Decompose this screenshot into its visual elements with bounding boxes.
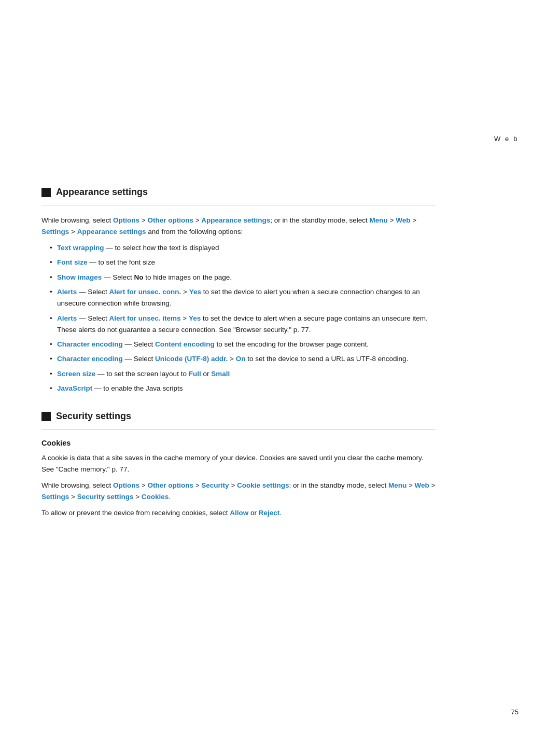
no-bold: No (134, 273, 144, 281)
char-encoding-link-2[interactable]: Character encoding (57, 355, 123, 363)
bullet-char-encoding-1: Character encoding — Select Content enco… (50, 339, 436, 350)
font-size-link[interactable]: Font size (57, 258, 88, 266)
alerts-link-1[interactable]: Alerts (57, 288, 77, 296)
appearance-bullet-list: Text wrapping — to select how the text i… (50, 242, 436, 394)
content-area: Appearance settings While browsing, sele… (41, 187, 436, 519)
security-title-text: Security settings (56, 411, 131, 422)
other-options-link-2[interactable]: Other options (147, 481, 193, 489)
options-link-1[interactable]: Options (113, 216, 139, 224)
appearance-title-text: Appearance settings (56, 187, 148, 198)
char-encoding-link-1[interactable]: Character encoding (57, 340, 123, 348)
section-divider (41, 205, 436, 205)
on-link[interactable]: On (236, 355, 246, 363)
security-section: Security settings Cookies A cookie is da… (41, 411, 436, 519)
options-link-2[interactable]: Options (113, 481, 139, 489)
page-header-label: W e b (494, 135, 519, 143)
appearance-settings-link-1[interactable]: Appearance settings (201, 216, 270, 224)
bullet-char-encoding-2: Character encoding — Select Unicode (UTF… (50, 353, 436, 365)
appearance-section: Appearance settings While browsing, sele… (41, 187, 436, 394)
settings-link-1[interactable]: Settings (41, 228, 69, 236)
unicode-link[interactable]: Unicode (UTF-8) addr. (155, 355, 228, 363)
web-link-2[interactable]: Web (415, 481, 429, 489)
text-wrapping-link[interactable]: Text wrapping (57, 244, 104, 252)
page-container: W e b Appearance settings While browsing… (0, 0, 560, 747)
cookies-para-3: To allow or prevent the device from rece… (41, 507, 436, 519)
other-options-link-1[interactable]: Other options (147, 216, 193, 224)
show-images-link[interactable]: Show images (57, 273, 102, 281)
yes-link-2[interactable]: Yes (189, 314, 201, 322)
cookie-settings-link[interactable]: Cookie settings (237, 481, 289, 489)
security-section-title: Security settings (41, 411, 436, 422)
cookies-para-1: A cookie is data that a site saves in th… (41, 452, 436, 475)
appearance-intro: While browsing, select Options > Other o… (41, 215, 436, 237)
appearance-section-title: Appearance settings (41, 187, 436, 198)
bullet-alerts-2: Alerts — Select Alert for unsec. items >… (50, 313, 436, 336)
cookies-subsection: Cookies A cookie is data that a site sav… (41, 439, 436, 519)
allow-link[interactable]: Allow (230, 509, 248, 517)
alert-unsec-items-link[interactable]: Alert for unsec. items (109, 314, 181, 322)
cookies-para-2: While browsing, select Options > Other o… (41, 480, 436, 502)
content-encoding-link[interactable]: Content encoding (155, 340, 215, 348)
bullet-font-size: Font size — to set the font size (50, 257, 436, 268)
alert-unsec-conn-link[interactable]: Alert for unsec. conn. (109, 288, 181, 296)
small-link[interactable]: Small (211, 370, 230, 378)
menu-link-1[interactable]: Menu (370, 216, 388, 224)
security-settings-link[interactable]: Security settings (77, 493, 134, 501)
web-link-1[interactable]: Web (396, 216, 410, 224)
alerts-link-2[interactable]: Alerts (57, 314, 77, 322)
reject-link[interactable]: Reject (259, 509, 280, 517)
screen-size-link[interactable]: Screen size (57, 370, 95, 378)
bullet-text-wrapping: Text wrapping — to select how the text i… (50, 242, 436, 254)
cookies-link[interactable]: Cookies (142, 493, 169, 501)
settings-link-2[interactable]: Settings (41, 493, 69, 501)
full-link[interactable]: Full (189, 370, 201, 378)
section-icon-2 (41, 412, 51, 421)
menu-link-2[interactable]: Menu (388, 481, 407, 489)
page-number: 75 (511, 708, 519, 716)
section-divider-2 (41, 429, 436, 430)
security-link[interactable]: Security (201, 481, 229, 489)
javascript-link[interactable]: JavaScript (57, 384, 92, 392)
bullet-show-images: Show images — Select No to hide images o… (50, 272, 436, 283)
yes-link-1[interactable]: Yes (189, 288, 201, 296)
bullet-javascript: JavaScript — to enable the Java scripts (50, 383, 436, 394)
cookies-subsection-title: Cookies (41, 439, 436, 447)
bullet-alerts-1: Alerts — Select Alert for unsec. conn. >… (50, 286, 436, 310)
appearance-settings-link-2[interactable]: Appearance settings (77, 228, 146, 236)
bullet-screen-size: Screen size — to set the screen layout t… (50, 368, 436, 380)
section-icon (41, 188, 51, 197)
